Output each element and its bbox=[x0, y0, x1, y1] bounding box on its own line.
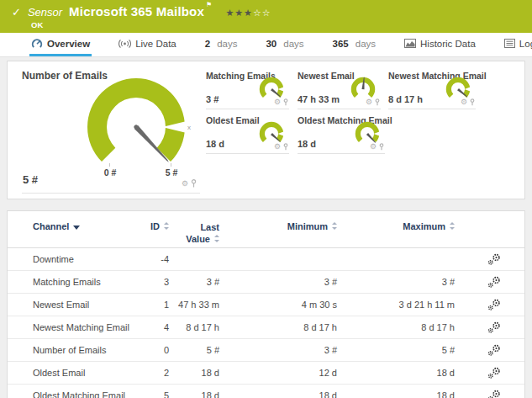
pin-icon[interactable] bbox=[375, 98, 380, 106]
tab-log[interactable]: Log bbox=[503, 33, 532, 56]
mini-gauge-corner-icons: ⚙ bbox=[461, 98, 475, 106]
sensor-title-text: Microsoft 365 Mailbox bbox=[69, 4, 204, 19]
gauge-arc bbox=[87, 78, 185, 162]
column-header-last-value[interactable]: LastValue bbox=[169, 221, 219, 246]
sort-icon bbox=[163, 222, 169, 230]
cell-channel: Oldest Matching Email bbox=[33, 390, 150, 398]
mini-gauge-value: 47 h 33 m bbox=[298, 94, 340, 104]
cell-id: 5 bbox=[150, 390, 169, 398]
gauge-settings-icon[interactable]: ⚙ bbox=[274, 98, 281, 106]
cell-id: 2 bbox=[150, 368, 169, 378]
column-header-minimum[interactable]: Minimum bbox=[219, 221, 337, 231]
channel-settings-gears-icon[interactable] bbox=[487, 276, 501, 289]
page-title: Microsoft 365 Mailbox⚑ bbox=[69, 4, 212, 19]
gauge-settings-icon[interactable]: ⚙ bbox=[370, 143, 377, 151]
cell-maximum: 8 d 17 h bbox=[337, 322, 455, 332]
channel-table-card: Channel ID LastValue Minimum Maximum Dow… bbox=[7, 210, 525, 398]
mini-gauge-matching-emails[interactable]: Matching Emails 3 # ⚙ bbox=[206, 71, 289, 109]
pin-icon[interactable] bbox=[283, 143, 288, 151]
sort-icon bbox=[213, 235, 219, 242]
cell-last-value: 47 h 33 m bbox=[169, 300, 219, 310]
cell-channel: Newest Email bbox=[33, 300, 150, 310]
table-row: Number of Emails 0 5 # 3 # 5 # bbox=[8, 339, 524, 362]
cell-maximum: 18 d bbox=[337, 390, 455, 398]
pin-icon[interactable] bbox=[379, 143, 384, 151]
sort-icon bbox=[331, 222, 337, 230]
pin-icon[interactable] bbox=[191, 179, 197, 188]
gauge-limit-marker: x bbox=[187, 124, 191, 131]
channel-settings-gears-icon[interactable] bbox=[487, 253, 501, 266]
gauge-settings-icon[interactable]: ⚙ bbox=[366, 98, 372, 106]
cell-last-value: 3 # bbox=[169, 277, 219, 287]
mini-gauge-oldest-email[interactable]: Oldest Email 18 d ⚙ bbox=[206, 115, 289, 154]
mini-gauge-newest-matching-email[interactable]: Newest Matching Email 8 d 17 h ⚙ bbox=[388, 71, 476, 109]
tab-bar: Overview Live Data 2 days 30 days 365 da… bbox=[0, 33, 532, 57]
cell-channel: Downtime bbox=[33, 254, 150, 264]
tab-historic-data[interactable]: Historic Data bbox=[403, 33, 477, 56]
stars-filled[interactable]: ★★★ bbox=[225, 8, 253, 18]
table-row: Newest Matching Email 4 8 d 17 h 8 d 17 … bbox=[8, 316, 524, 339]
channel-settings-gears-icon[interactable] bbox=[487, 299, 501, 311]
channel-settings-gears-icon[interactable] bbox=[487, 390, 501, 398]
mini-gauge-corner-icons: ⚙ bbox=[370, 143, 384, 151]
stars-empty[interactable]: ☆☆ bbox=[253, 8, 271, 18]
channel-settings-gears-icon[interactable] bbox=[487, 321, 501, 334]
tab-365-days[interactable]: 365 days bbox=[331, 33, 377, 56]
cell-minimum: 8 d 17 h bbox=[219, 322, 337, 332]
column-header-last-line1: Last bbox=[169, 221, 219, 233]
tab-2-days-word: days bbox=[217, 39, 237, 49]
main-gauge-panel[interactable]: Number of Emails x 0 # 5 # 5 # ⚙ bbox=[22, 70, 200, 194]
tab-log-label: Log bbox=[519, 39, 532, 49]
gauge-settings-icon[interactable]: ⚙ bbox=[461, 98, 467, 106]
cell-channel: Number of Emails bbox=[33, 345, 150, 355]
pin-icon[interactable] bbox=[283, 98, 288, 106]
tab-live-data[interactable]: Live Data bbox=[117, 33, 178, 56]
cell-id: 4 bbox=[150, 322, 169, 332]
status-badge: OK bbox=[31, 20, 43, 29]
mini-gauge-corner-icons: ⚙ bbox=[274, 98, 288, 106]
mini-gauge-value: 18 d bbox=[206, 139, 224, 149]
mini-gauge-value: 8 d 17 h bbox=[388, 94, 423, 104]
tab-historic-data-label: Historic Data bbox=[420, 39, 476, 49]
mini-gauge-newest-email[interactable]: Newest Email 47 h 33 m ⚙ bbox=[298, 71, 381, 109]
mini-gauge-oldest-matching-email[interactable]: Oldest Matching Email 18 d ⚙ bbox=[298, 115, 385, 154]
table-row: Downtime -4 bbox=[8, 248, 524, 271]
cell-maximum: 3 d 21 h 11 m bbox=[337, 300, 455, 310]
sensor-kind-label: Sensor bbox=[28, 6, 62, 19]
column-header-id-label: ID bbox=[150, 221, 160, 231]
cell-minimum: 3 # bbox=[219, 277, 337, 287]
channel-settings-gears-icon[interactable] bbox=[487, 367, 501, 379]
sort-icon bbox=[449, 222, 455, 230]
cell-maximum: 5 # bbox=[337, 345, 455, 355]
tab-30-days-number: 30 bbox=[266, 39, 277, 49]
cell-last-value: 18 d bbox=[169, 368, 219, 378]
tab-30-days[interactable]: 30 days bbox=[264, 33, 305, 56]
pin-icon[interactable] bbox=[470, 98, 475, 106]
channel-settings-gears-icon[interactable] bbox=[487, 344, 501, 357]
gauge-settings-icon[interactable]: ⚙ bbox=[182, 180, 188, 188]
tab-2-days[interactable]: 2 days bbox=[203, 33, 240, 56]
gauges-card: Number of Emails x 0 # 5 # 5 # ⚙ bbox=[7, 61, 525, 199]
gauge-settings-icon[interactable]: ⚙ bbox=[274, 143, 281, 151]
column-header-channel[interactable]: Channel bbox=[33, 221, 150, 231]
mini-gauge-corner-icons: ⚙ bbox=[366, 98, 380, 106]
area-chart-icon bbox=[404, 39, 416, 48]
flag-icon[interactable]: ⚑ bbox=[206, 1, 212, 8]
table-row: Matching Emails 3 3 # 3 # 3 # bbox=[8, 271, 524, 294]
priority-stars[interactable]: ★★★☆☆ bbox=[225, 8, 271, 19]
cell-last-value: 18 d bbox=[169, 390, 219, 398]
tab-overview[interactable]: Overview bbox=[29, 33, 92, 56]
mini-gauge-title: Newest Email bbox=[298, 71, 355, 81]
status-ok-check-icon: ✓ bbox=[12, 6, 21, 19]
tab-365-days-number: 365 bbox=[333, 39, 349, 49]
column-header-maximum[interactable]: Maximum bbox=[337, 221, 455, 231]
mini-gauge-corner-icons: ⚙ bbox=[274, 143, 288, 151]
tab-overview-label: Overview bbox=[47, 39, 90, 49]
column-header-id[interactable]: ID bbox=[150, 221, 169, 231]
cell-channel: Oldest Email bbox=[33, 368, 150, 378]
cell-minimum: 3 # bbox=[219, 345, 337, 355]
prtg-sensor-page: ✓ Sensor Microsoft 365 Mailbox⚑ ★★★☆☆ OK… bbox=[0, 0, 532, 398]
mini-gauge-title: Oldest Email bbox=[206, 115, 260, 125]
sort-desc-icon bbox=[73, 226, 80, 230]
cell-channel: Newest Matching Email bbox=[33, 322, 150, 332]
